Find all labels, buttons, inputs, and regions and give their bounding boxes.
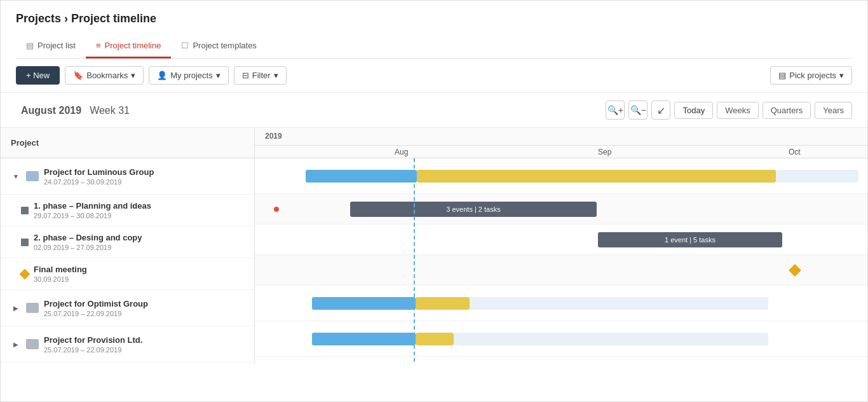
- project-info-phase2: 2. phase – Desing and copy 02.09.2019 – …: [34, 233, 142, 251]
- project-date-phase2: 02.09.2019 – 27.09.2019: [34, 244, 142, 251]
- tabs-bar: ▤ Project list ≡ Project timeline ☐ Proj…: [16, 34, 852, 59]
- filter-button[interactable]: ⊟ Filter ▾: [234, 66, 287, 85]
- collapse-icon: ↙: [657, 104, 665, 116]
- quarters-button[interactable]: Quarters: [763, 102, 811, 119]
- bookmark-icon: 🔖: [73, 71, 83, 80]
- project-row-main-luminous: ▼ Project for Luminous Group 24.07.2019 …: [1, 158, 254, 194]
- diamond-marker-final: [789, 264, 801, 277]
- project-date-provision: 25.07.2019 – 22.09.2019: [44, 346, 142, 354]
- toolbar: + New 🔖 Bookmarks ▾ 👤 My projects ▾ ⊟ Fi…: [1, 59, 867, 93]
- project-column-header: Project: [1, 128, 254, 158]
- gantt-row-provision: [255, 321, 867, 357]
- project-name-provision: Project for Provision Ltd.: [44, 335, 142, 345]
- expand-icon-optimist[interactable]: ▶: [11, 303, 21, 313]
- bar-yellow-optimist: [416, 297, 470, 310]
- project-row-luminous: ▼ Project for Luminous Group 24.07.2019 …: [1, 158, 254, 195]
- layers-icon: ▤: [778, 71, 786, 80]
- bookmarks-button[interactable]: 🔖 Bookmarks ▾: [65, 66, 144, 85]
- month-oct: Oct: [789, 148, 801, 156]
- bar-yellow-provision: [416, 333, 454, 345]
- timeline-header: August 2019 Week 31 🔍+ 🔍− ↙ Today Weeks …: [1, 93, 867, 128]
- project-info-provision: Project for Provision Ltd. 25.07.2019 – …: [44, 335, 142, 354]
- bar-gray-phase1: 3 events | 2 tasks: [350, 202, 597, 217]
- project-row-main-final: Final meeting 30.09.2019: [1, 258, 254, 289]
- month-sep: Sep: [598, 148, 611, 156]
- chevron-down-icon: ▾: [216, 71, 220, 80]
- phase-icon-phase2: [21, 239, 29, 246]
- person-icon: 👤: [157, 71, 167, 80]
- timeline-icon: ≡: [96, 41, 101, 50]
- gantt-row-phase2: 1 event | 5 tasks: [255, 225, 867, 255]
- tab-project-list[interactable]: ▤ Project list: [16, 34, 86, 59]
- project-row-main-optimist: ▶ Project for Optimist Group 25.07.2019 …: [1, 290, 254, 326]
- gantt-row-final: [255, 255, 867, 286]
- expand-icon-luminous[interactable]: ▼: [11, 171, 21, 181]
- folder-icon-provision: [26, 339, 39, 349]
- collapse-button[interactable]: ↙: [651, 100, 670, 120]
- zoom-out-icon: 🔍−: [630, 105, 646, 115]
- project-name-luminous: Project for Luminous Group: [44, 167, 154, 177]
- expand-icon-provision[interactable]: ▶: [11, 339, 21, 349]
- project-row-main-phase1: 1. phase – Planning and ideas 29.07.2019…: [1, 195, 254, 226]
- project-name-phase2: 2. phase – Desing and copy: [34, 233, 142, 242]
- zoom-out-button[interactable]: 🔍−: [628, 100, 648, 120]
- project-info-luminous: Project for Luminous Group 24.07.2019 – …: [44, 167, 154, 186]
- template-icon: ☐: [181, 41, 189, 50]
- breadcrumb: Projects › Project timeline: [16, 12, 852, 25]
- timeline-controls: 🔍+ 🔍− ↙ Today Weeks Quarters Years: [606, 100, 852, 120]
- project-date-phase1: 29.07.2019 – 30.08.2019: [34, 212, 151, 219]
- today-line: [414, 158, 415, 363]
- new-button[interactable]: + New: [16, 66, 60, 85]
- project-date-luminous: 24.07.2019 – 30.09.2019: [44, 178, 154, 186]
- bar-bg-luminous: [776, 170, 858, 183]
- phase2-bar-label: 1 event | 5 tasks: [665, 236, 715, 244]
- bar-blue-provision: [312, 333, 416, 345]
- chevron-down-icon: ▾: [839, 71, 844, 80]
- year-header: 2019: [255, 128, 867, 146]
- year-label: 2019: [265, 132, 282, 141]
- project-name-optimist: Project for Optimist Group: [44, 299, 148, 308]
- folder-icon-luminous: [26, 171, 39, 181]
- chevron-down-icon: ▾: [131, 71, 135, 80]
- bar-bg-optimist: [470, 297, 768, 310]
- project-date-optimist: 25.07.2019 – 22.09.2019: [44, 310, 148, 317]
- project-name-final: Final meeting: [34, 265, 87, 274]
- red-dot-phase1: [274, 207, 279, 212]
- project-info-optimist: Project for Optimist Group 25.07.2019 – …: [44, 299, 148, 317]
- gantt-row-luminous: [255, 158, 867, 194]
- project-row-phase1: 1. phase – Planning and ideas 29.07.2019…: [1, 195, 254, 226]
- weeks-button[interactable]: Weeks: [717, 102, 759, 119]
- project-name-phase1: 1. phase – Planning and ideas: [34, 201, 151, 211]
- project-row-optimist: ▶ Project for Optimist Group 25.07.2019 …: [1, 290, 254, 326]
- month-aug: Aug: [395, 148, 408, 156]
- pick-projects-button[interactable]: ▤ Pick projects ▾: [770, 66, 852, 85]
- month-header: Aug Sep Oct: [255, 146, 867, 158]
- tab-project-timeline[interactable]: ≡ Project timeline: [86, 34, 171, 59]
- period-title: August 2019 Week 31: [16, 104, 606, 117]
- bar-blue-luminous: [306, 170, 417, 183]
- zoom-in-icon: 🔍+: [607, 105, 623, 115]
- tab-project-templates[interactable]: ☐ Project templates: [171, 34, 266, 59]
- chevron-down-icon: ▾: [274, 71, 278, 80]
- gantt-row-optimist: [255, 286, 867, 321]
- list-icon: ▤: [26, 41, 34, 50]
- project-date-final: 30.09.2019: [34, 275, 87, 283]
- bar-yellow-luminous: [417, 170, 776, 183]
- project-row-provision: ▶ Project for Provision Ltd. 25.07.2019 …: [1, 326, 254, 363]
- project-row-final: Final meeting 30.09.2019: [1, 258, 254, 290]
- years-button[interactable]: Years: [815, 102, 852, 119]
- project-info-final: Final meeting 30.09.2019: [34, 265, 87, 283]
- project-row-main-phase2: 2. phase – Desing and copy 02.09.2019 – …: [1, 226, 254, 258]
- phase-icon-phase1: [21, 207, 29, 214]
- project-row-phase2: 2. phase – Desing and copy 02.09.2019 – …: [1, 226, 254, 258]
- bar-blue-optimist: [312, 297, 416, 310]
- gantt-rows: 3 events | 2 tasks 1 event | 5 tasks: [255, 158, 867, 357]
- project-list-panel: Project ▼ Project for Luminous Group 24.…: [1, 128, 255, 363]
- zoom-in-button[interactable]: 🔍+: [606, 100, 625, 120]
- project-row-main-provision: ▶ Project for Provision Ltd. 25.07.2019 …: [1, 326, 254, 362]
- gantt-row-phase1: 3 events | 2 tasks: [255, 194, 867, 225]
- today-button[interactable]: Today: [674, 102, 713, 119]
- bar-bg-provision: [454, 333, 768, 345]
- gantt-panel: 2019 Aug Sep Oct: [255, 128, 867, 363]
- my-projects-button[interactable]: 👤 My projects ▾: [149, 66, 228, 85]
